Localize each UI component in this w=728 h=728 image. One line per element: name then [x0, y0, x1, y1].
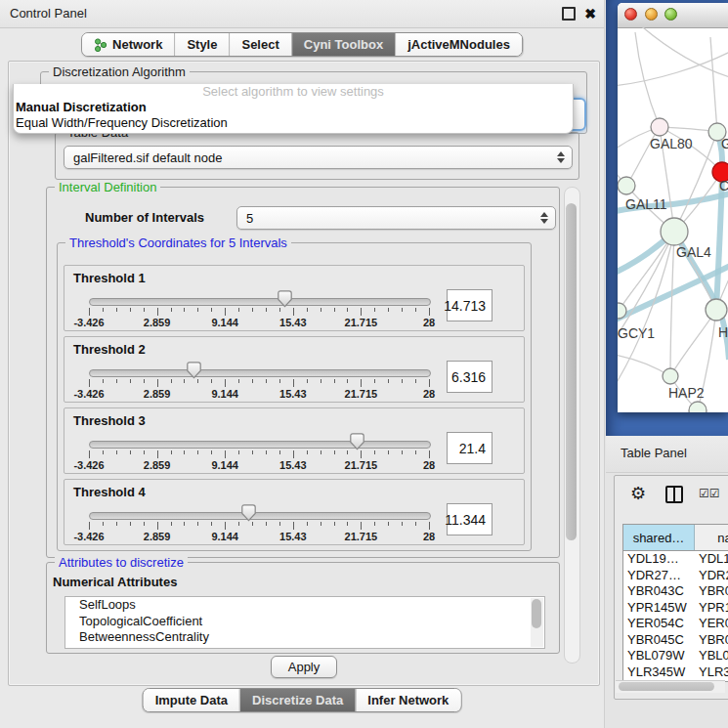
network-edge[interactable] [710, 37, 717, 132]
network-edge[interactable] [618, 354, 670, 376]
network-edge[interactable] [670, 232, 674, 376]
tab-select[interactable]: Select [229, 33, 290, 56]
list-scrollbar-thumb[interactable] [532, 599, 541, 628]
network-node-hap2[interactable] [663, 368, 678, 384]
network-node-gal80[interactable] [651, 118, 668, 136]
tab-discretize-data[interactable]: Discretize Data [239, 689, 355, 711]
table-row[interactable]: YBR045CYBR0 [623, 632, 728, 649]
bottom-tab-bar: Impute DataDiscretize DataInfer Network [143, 688, 462, 712]
table-row[interactable]: YER054CYER0 [623, 616, 728, 632]
threshold-slider[interactable]: -3.4262.8599.14415.4321.71528 [64, 408, 455, 473]
table-data-combobox[interactable]: galFiltered.sif default node [64, 146, 573, 169]
table-cell[interactable]: YBL0 [695, 648, 728, 664]
threshold-slider[interactable]: -3.4262.8599.14415.4321.71528 [64, 480, 455, 544]
gear-icon[interactable]: ⚙ [630, 483, 646, 504]
table-cell[interactable]: YBL079W [623, 648, 695, 664]
table-cell[interactable]: YBR043C [623, 583, 695, 600]
threshold-slider[interactable]: -3.4262.8599.14415.4321.71528 [64, 337, 455, 402]
panel-scrollbar[interactable] [564, 187, 580, 664]
table-row[interactable]: YDR27…YDR2 [623, 568, 728, 584]
table-column-header[interactable]: shared… [623, 525, 695, 550]
tab-jactivemnodules[interactable]: jActiveMNodules [395, 33, 522, 56]
table-column-header[interactable]: na [695, 525, 728, 550]
popup-option[interactable]: Manual Discretization [14, 100, 573, 115]
table-row[interactable]: YDL19…YDL1 [623, 551, 728, 568]
node-table: shared…na YDL19…YDL1YDR27…YDR2YBR043CYBR… [622, 524, 728, 682]
table-cell[interactable]: YLR345W [623, 664, 695, 681]
network-window-titlebar[interactable] [618, 3, 728, 28]
tab-impute-data[interactable]: Impute Data [144, 689, 239, 711]
network-node-gal11[interactable] [618, 177, 635, 194]
numerical-attributes-list[interactable]: SelfLoopsTopologicalCoefficientBetweenne… [64, 596, 545, 649]
table-cell[interactable]: YER0 [695, 616, 728, 632]
tab-style[interactable]: Style [174, 33, 229, 56]
slider-track[interactable] [89, 369, 431, 377]
split-view-icon[interactable] [665, 486, 683, 503]
table-cell[interactable]: YPR1 [695, 600, 728, 617]
tab-infer-network[interactable]: Infer Network [355, 689, 460, 711]
table-cell[interactable]: YLR3 [695, 664, 728, 681]
table-cell[interactable]: YBR0 [695, 632, 728, 649]
table-cell[interactable]: YDR27… [623, 568, 695, 584]
slider-ticks [89, 522, 429, 531]
threshold-slider[interactable]: -3.4262.8599.14415.4321.71528 [64, 266, 455, 330]
table-cell[interactable]: YDR2 [695, 568, 728, 584]
number-of-intervals-combobox[interactable]: 5 [236, 206, 556, 230]
network-node-label: GCY1 [618, 325, 655, 341]
table-row[interactable]: YLR345WYLR3 [623, 664, 728, 681]
list-scrollbar[interactable] [531, 598, 543, 647]
attribute-list-item[interactable]: BetweennessCentrality [65, 629, 544, 646]
threshold-row: Threshold 3-3.4262.8599.14415.4321.71528… [64, 407, 525, 474]
table-hscrollbar-thumb[interactable] [619, 682, 714, 691]
slider-thumb[interactable] [187, 362, 202, 379]
slider-ticks [89, 379, 429, 388]
slider-track[interactable] [89, 441, 431, 449]
table-header-row: shared…na [623, 525, 728, 551]
tab-cyni-toolbox[interactable]: Cyni Toolbox [291, 33, 395, 56]
popup-option[interactable]: Equal Width/Frequency Discretization [14, 115, 573, 131]
table-cell[interactable]: YDL1 [695, 551, 728, 568]
table-row[interactable]: YBR043CYBR0 [623, 583, 728, 600]
zoom-traffic-light-icon[interactable] [664, 8, 677, 21]
close-traffic-light-icon[interactable] [624, 8, 637, 21]
top-tab-bar: NetworkStyleSelectCyni ToolboxjActiveMNo… [81, 32, 523, 57]
threshold-row: Threshold 4-3.4262.8599.14415.4321.71528… [64, 479, 525, 545]
table-cell[interactable]: YDL19… [623, 551, 695, 568]
table-cell[interactable]: YER054C [623, 616, 695, 632]
network-edge[interactable] [670, 310, 716, 376]
table-cell[interactable]: YBR0 [695, 583, 728, 600]
table-cell[interactable]: YPR145W [623, 600, 695, 617]
float-window-icon[interactable] [562, 7, 576, 21]
tab-network[interactable]: Network [82, 33, 174, 56]
attribute-list-item[interactable]: SelfLoops [65, 597, 544, 614]
numerical-attributes-label: Numerical Attributes [53, 575, 177, 589]
combobox-spinner-icon [557, 151, 565, 163]
slider-track[interactable] [89, 298, 431, 306]
threshold-value-field[interactable]: 21.4 [447, 432, 492, 464]
slider-thumb[interactable] [241, 504, 257, 522]
network-edge-thick[interactable] [716, 132, 722, 310]
close-icon[interactable]: ✖ [584, 7, 596, 21]
apply-button[interactable]: Apply [271, 656, 337, 678]
slider-track[interactable] [89, 512, 431, 520]
attribute-list-item[interactable]: TopologicalCoefficient [65, 614, 544, 630]
table-hscrollbar[interactable] [616, 680, 725, 693]
table-cell[interactable]: YBR045C [623, 632, 695, 649]
checkbox-icons[interactable]: ☑☑ [699, 487, 720, 500]
panel-title: Control Panel [10, 6, 87, 21]
minimize-traffic-light-icon[interactable] [645, 8, 658, 21]
cyni-toolbox-panel: Discretization Algorithm Table Data galF… [8, 61, 600, 686]
table-row[interactable]: YPR145WYPR1 [623, 600, 728, 617]
table-row[interactable]: YBL079WYBL0 [623, 648, 728, 664]
panel-scrollbar-thumb[interactable] [566, 203, 577, 540]
slider-thumb[interactable] [350, 433, 365, 450]
attributes-group-title: Attributes to discretize [55, 555, 188, 570]
slider-thumb[interactable] [278, 290, 293, 308]
threshold-value-field[interactable]: 14.713 [447, 289, 492, 321]
network-node-h[interactable] [706, 299, 727, 321]
network-node-gal4[interactable] [661, 218, 688, 245]
threshold-value-field[interactable]: 11.344 [447, 503, 492, 535]
slider-tick-labels: -3.4262.8599.14415.4321.71528 [89, 531, 429, 542]
network-canvas[interactable]: GAL80GACGAL11GAL4GCY1HHAP2 [618, 27, 728, 412]
threshold-value-field[interactable]: 6.316 [447, 361, 492, 393]
